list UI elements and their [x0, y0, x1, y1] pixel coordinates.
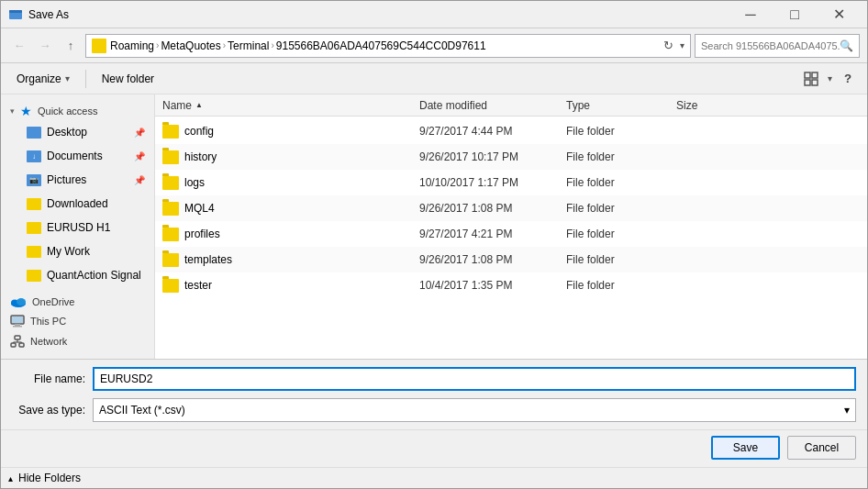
file-date-cell: 10/10/2017 1:17 PM: [419, 176, 566, 189]
column-size[interactable]: Size: [676, 99, 860, 112]
svg-rect-1: [9, 10, 22, 13]
sidebar-item-downloaded[interactable]: Downloaded: [1, 192, 154, 216]
file-name-text: profiles: [184, 228, 220, 240]
eurusd-label: EURUSD H1: [47, 221, 110, 234]
toolbar: Organize ▾ New folder ▾ ?: [1, 63, 867, 94]
maximize-button[interactable]: □: [773, 1, 816, 28]
folder-icon: [162, 202, 179, 216]
back-button[interactable]: ←: [8, 34, 30, 58]
table-row[interactable]: profiles 9/27/2017 4:21 PM File folder: [155, 221, 867, 247]
quick-access-header[interactable]: ▾ ★ Quick access: [1, 98, 154, 120]
file-name-cell: logs: [162, 176, 419, 190]
new-folder-button[interactable]: New folder: [94, 67, 162, 91]
view-dropdown-arrow[interactable]: ▾: [828, 73, 832, 83]
svg-rect-2: [805, 72, 810, 78]
table-row[interactable]: history 9/26/2017 10:17 PM File folder: [155, 144, 867, 170]
breadcrumb-hash[interactable]: 915566BA06ADA407569C544CC0D97611: [276, 39, 486, 52]
filetype-select[interactable]: ASCII Text (*.csv) ▾: [93, 398, 856, 422]
column-type[interactable]: Type: [566, 99, 676, 112]
table-row[interactable]: tester 10/4/2017 1:35 PM File folder: [155, 272, 867, 298]
view-button[interactable]: [798, 67, 824, 91]
title-bar: Save As ─ □ ✕: [1, 1, 867, 28]
table-row[interactable]: MQL4 9/26/2017 1:08 PM File folder: [155, 195, 867, 221]
minimize-button[interactable]: ─: [729, 1, 772, 28]
sidebar-item-documents[interactable]: ↓ Documents 📌: [1, 144, 154, 168]
breadcrumb-roaming[interactable]: Roaming: [110, 39, 154, 52]
downloaded-icon: [27, 198, 41, 210]
address-dropdown-arrow[interactable]: ▾: [680, 40, 684, 50]
desktop-label: Desktop: [47, 126, 87, 139]
sidebar-item-eurusd[interactable]: EURUSD H1: [1, 216, 154, 239]
breadcrumb-metaquotes[interactable]: MetaQuotes: [161, 39, 220, 52]
quantaction-label: QuantAction Signal: [47, 269, 141, 282]
network-item[interactable]: Network: [1, 329, 154, 350]
hide-folders[interactable]: ▴ Hide Folders: [1, 467, 867, 488]
help-button[interactable]: ?: [836, 67, 860, 91]
organize-button[interactable]: Organize ▾: [8, 67, 78, 91]
hide-folders-arrow: ▴: [8, 473, 13, 483]
pictures-icon: 📷: [27, 174, 41, 186]
svg-rect-4: [805, 80, 810, 85]
onedrive-icon: [10, 296, 27, 307]
file-area: Name ▲ Date modified Type Size config: [155, 94, 867, 359]
hide-folders-label: Hide Folders: [18, 472, 81, 484]
table-row[interactable]: config 9/27/2017 4:44 PM File folder: [155, 118, 867, 144]
view-icon: [804, 72, 818, 86]
folder-icon: [162, 253, 179, 267]
file-list-header: Name ▲ Date modified Type Size: [155, 94, 867, 117]
sidebar-item-pictures[interactable]: 📷 Pictures 📌: [1, 168, 154, 192]
folder-icon: [162, 125, 179, 139]
svg-rect-13: [15, 336, 20, 339]
file-name-text: MQL4: [184, 202, 215, 215]
file-name-text: logs: [184, 176, 205, 189]
onedrive-label: OneDrive: [32, 296, 74, 307]
documents-label: Documents: [47, 150, 103, 162]
downloaded-label: Downloaded: [47, 197, 108, 210]
thispc-label: This PC: [30, 316, 66, 327]
filetype-value: ASCII Text (*.csv): [99, 404, 185, 417]
file-name-text: config: [184, 125, 214, 138]
search-input[interactable]: [701, 40, 840, 51]
network-label: Network: [30, 336, 67, 347]
save-button[interactable]: Save: [711, 436, 780, 460]
forward-button[interactable]: →: [34, 34, 56, 58]
sidebar-item-quantaction[interactable]: QuantAction Signal: [1, 263, 154, 287]
svg-rect-12: [13, 326, 22, 328]
documents-pin-icon: 📌: [134, 151, 145, 161]
filetype-label: Save as type:: [12, 404, 85, 417]
address-bar[interactable]: Roaming › MetaQuotes › Terminal › 915566…: [85, 34, 691, 58]
column-name[interactable]: Name ▲: [162, 99, 419, 112]
file-date-cell: 9/26/2017 10:17 PM: [419, 150, 566, 163]
folder-icon: [162, 176, 179, 190]
pictures-pin-icon: 📌: [134, 175, 145, 185]
column-date[interactable]: Date modified: [419, 99, 566, 112]
up-button[interactable]: ↑: [60, 34, 82, 58]
quantaction-icon: [27, 270, 41, 282]
quick-access-arrow: ▾: [10, 106, 15, 116]
svg-rect-3: [812, 72, 818, 78]
organize-dropdown-icon: ▾: [65, 73, 70, 83]
thispc-item[interactable]: This PC: [1, 309, 154, 329]
sidebar-item-mywork[interactable]: My Work: [1, 239, 154, 263]
filename-input[interactable]: [93, 367, 856, 391]
filetype-dropdown-arrow: ▾: [844, 404, 850, 417]
quick-access-label: Quick access: [38, 106, 97, 117]
sidebar-item-desktop[interactable]: Desktop 📌: [1, 120, 154, 144]
cancel-button[interactable]: Cancel: [787, 436, 856, 460]
table-row[interactable]: logs 10/10/2017 1:17 PM File folder: [155, 170, 867, 195]
organize-label: Organize: [17, 72, 61, 85]
mywork-icon: [27, 246, 41, 258]
file-name-cell: templates: [162, 253, 419, 267]
filetype-row: Save as type: ASCII Text (*.csv) ▾: [1, 395, 867, 429]
refresh-button[interactable]: ↻: [656, 34, 680, 58]
file-name-cell: MQL4: [162, 202, 419, 216]
file-date-cell: 10/4/2017 1:35 PM: [419, 279, 566, 292]
breadcrumb-terminal[interactable]: Terminal: [228, 39, 269, 52]
onedrive-item[interactable]: OneDrive: [1, 291, 154, 309]
desktop-icon: [27, 127, 41, 139]
network-icon: [10, 335, 25, 348]
close-button[interactable]: ✕: [818, 1, 860, 28]
table-row[interactable]: templates 9/26/2017 1:08 PM File folder: [155, 247, 867, 272]
folder-icon: [162, 228, 179, 241]
file-date-cell: 9/26/2017 1:08 PM: [419, 253, 566, 266]
